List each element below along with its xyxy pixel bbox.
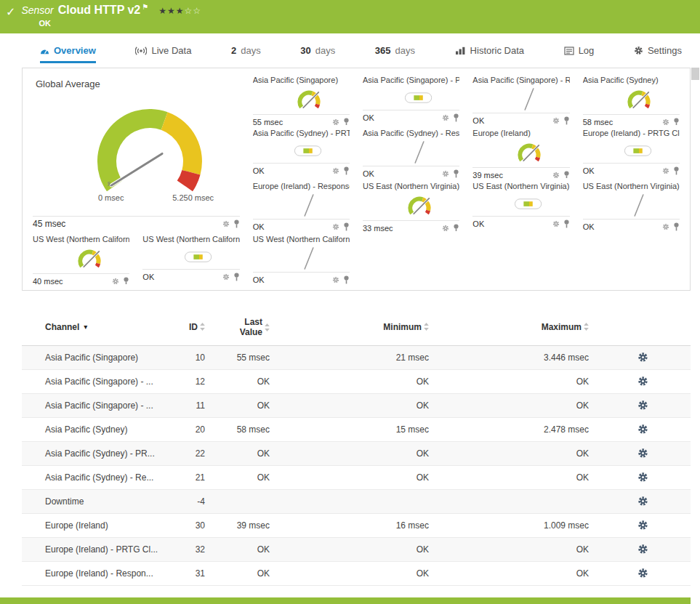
tab-settings[interactable]: Settings xyxy=(634,45,682,63)
channel-widget xyxy=(363,86,459,110)
tile-icons xyxy=(442,169,459,178)
table-row[interactable]: Europe (Ireland) - PRTG Cl...32OKOKOK xyxy=(22,538,691,562)
pin-icon[interactable] xyxy=(453,169,459,178)
gear-icon[interactable] xyxy=(332,276,339,283)
gear-icon[interactable] xyxy=(442,114,449,121)
pin-icon[interactable] xyxy=(343,275,350,284)
scrollbar-thumb[interactable] xyxy=(691,68,699,80)
table-row[interactable]: Asia Pacific (Singapore) - ...11OKOKOK xyxy=(22,394,691,418)
channel-tile[interactable]: US West (Northern California)40 msec xyxy=(28,233,134,284)
channel-tile[interactable]: US East (Northern Virginia) - ...OK xyxy=(579,180,684,231)
cell-channel[interactable]: Asia Pacific (Singapore) - ... xyxy=(22,400,174,411)
channel-settings-icon[interactable] xyxy=(637,424,648,435)
gear-icon[interactable] xyxy=(552,172,560,179)
channel-tile[interactable]: US East (Northern Virginia) - ...OK xyxy=(468,180,574,231)
pin-icon[interactable] xyxy=(673,222,680,231)
channel-tile[interactable]: Asia Pacific (Singapore) - Res...OK xyxy=(468,74,574,125)
table-row[interactable]: Asia Pacific (Sydney) - PR...22OKOKOK xyxy=(22,442,691,466)
tab-live-data[interactable]: Live Data xyxy=(135,45,191,63)
column-header-id[interactable]: ID xyxy=(174,322,211,332)
cell-channel[interactable]: Europe (Ireland) xyxy=(22,520,174,531)
channel-settings-icon[interactable] xyxy=(637,520,648,531)
cell-channel[interactable]: Asia Pacific (Sydney) - Re... xyxy=(22,472,174,483)
sensor-header: ✓ Sensor Cloud HTTP v2 ⚑ ★★★☆☆ OK xyxy=(0,0,700,33)
tab-historic-data[interactable]: Historic Data xyxy=(455,45,524,63)
flag-icon[interactable]: ⚑ xyxy=(142,3,148,11)
channel-tile[interactable]: Asia Pacific (Sydney) - PRTG ...OK xyxy=(249,127,354,178)
gear-icon[interactable] xyxy=(332,118,339,126)
cell-id: 12 xyxy=(174,377,211,387)
cell-channel[interactable]: Europe (Ireland) - Respon... xyxy=(22,568,174,579)
pin-icon[interactable] xyxy=(673,118,680,126)
channel-tile[interactable]: Asia Pacific (Sydney) - Respo...OK xyxy=(358,127,464,178)
gear-icon[interactable] xyxy=(442,170,449,177)
cell-channel[interactable]: Asia Pacific (Sydney) xyxy=(22,424,174,435)
pin-icon[interactable] xyxy=(563,220,570,228)
column-header-channel[interactable]: Channel ▾ xyxy=(22,322,174,332)
channel-tile[interactable]: US East (Northern Virginia)33 msec xyxy=(358,180,464,231)
tab-30-days-label: days xyxy=(315,45,335,56)
channel-settings-icon[interactable] xyxy=(637,400,648,411)
pin-icon[interactable] xyxy=(453,113,459,122)
table-row[interactable]: Asia Pacific (Sydney)2058 msec15 msec2.4… xyxy=(22,418,691,442)
gear-icon[interactable] xyxy=(662,167,669,174)
channel-table-header: Channel ▾ ID Last Value Minimum Maximum xyxy=(22,311,691,346)
gear-icon[interactable] xyxy=(332,167,339,174)
tab-2-days[interactable]: 2 days xyxy=(231,45,261,63)
cell-channel[interactable]: Asia Pacific (Sydney) - PR... xyxy=(22,448,174,459)
gear-icon[interactable] xyxy=(222,220,230,227)
tab-overview[interactable]: Overview xyxy=(40,45,96,63)
table-row[interactable]: Europe (Ireland) - Respon...31OKOKOK xyxy=(22,562,691,586)
channel-settings-icon[interactable] xyxy=(637,544,648,555)
pin-icon[interactable] xyxy=(233,273,240,281)
column-header-maximum[interactable]: Maximum xyxy=(435,322,595,332)
column-header-last-value[interactable]: Last Value xyxy=(211,317,275,338)
pin-icon[interactable] xyxy=(563,116,570,125)
channel-settings-icon[interactable] xyxy=(637,352,648,363)
channel-settings-icon[interactable] xyxy=(637,448,648,459)
column-header-minimum[interactable]: Minimum xyxy=(275,322,435,332)
gear-icon[interactable] xyxy=(662,223,669,230)
gear-icon[interactable] xyxy=(552,220,560,227)
pin-icon[interactable] xyxy=(673,166,680,175)
tab-365-days[interactable]: 365 days xyxy=(375,45,415,63)
gear-icon[interactable] xyxy=(332,223,339,230)
priority-stars[interactable]: ★★★☆☆ xyxy=(158,6,201,16)
channel-tile[interactable]: US West (Northern California)...OK xyxy=(249,233,354,284)
pin-icon[interactable] xyxy=(123,277,129,285)
channel-tile[interactable]: Europe (Ireland)39 msec xyxy=(468,127,574,178)
historic-data-chart-icon xyxy=(455,47,466,55)
channel-settings-icon[interactable] xyxy=(637,472,648,483)
pin-icon[interactable] xyxy=(343,166,350,175)
tab-log[interactable]: Log xyxy=(564,45,595,63)
table-row[interactable]: Europe (Ireland)3039 msec16 msec1.009 ms… xyxy=(22,514,691,538)
table-row[interactable]: Asia Pacific (Sydney) - Re...21OKOKOK xyxy=(22,466,691,490)
channel-tile[interactable]: Asia Pacific (Singapore) - PR...OK xyxy=(358,74,464,125)
gear-icon[interactable] xyxy=(442,225,449,232)
gear-icon[interactable] xyxy=(552,117,560,124)
tab-30-days[interactable]: 30 days xyxy=(300,45,335,63)
channel-tile[interactable]: Europe (Ireland) - PRTG Cloud...OK xyxy=(579,127,684,178)
channel-settings-icon[interactable] xyxy=(637,376,648,387)
channel-tile[interactable]: Asia Pacific (Sydney)58 msec xyxy=(579,74,684,125)
gear-icon[interactable] xyxy=(112,278,119,285)
channel-tile[interactable]: US West (Northern California)...OK xyxy=(138,233,244,284)
pin-icon[interactable] xyxy=(343,118,350,126)
pin-icon[interactable] xyxy=(343,222,350,231)
pin-icon[interactable] xyxy=(233,220,240,228)
channel-tile[interactable]: Europe (Ireland) - Response C...OK xyxy=(249,180,354,231)
table-row[interactable]: Downtime-4 xyxy=(22,490,691,514)
gear-icon[interactable] xyxy=(662,118,669,126)
cell-channel[interactable]: Asia Pacific (Singapore) - ... xyxy=(22,377,174,387)
table-row[interactable]: Asia Pacific (Singapore)1055 msec21 msec… xyxy=(22,346,691,370)
channel-settings-icon[interactable] xyxy=(637,568,648,579)
cell-channel[interactable]: Asia Pacific (Singapore) xyxy=(22,353,174,363)
channel-settings-icon[interactable] xyxy=(637,496,648,507)
channel-tile[interactable]: Asia Pacific (Singapore)55 msec xyxy=(249,74,354,125)
pin-icon[interactable] xyxy=(563,171,570,179)
pin-icon[interactable] xyxy=(453,224,459,232)
table-row[interactable]: Asia Pacific (Singapore) - ...12OKOKOK xyxy=(22,370,691,394)
cell-channel[interactable]: Europe (Ireland) - PRTG Cl... xyxy=(22,544,174,555)
gear-icon[interactable] xyxy=(222,273,230,281)
cell-channel[interactable]: Downtime xyxy=(22,496,174,507)
